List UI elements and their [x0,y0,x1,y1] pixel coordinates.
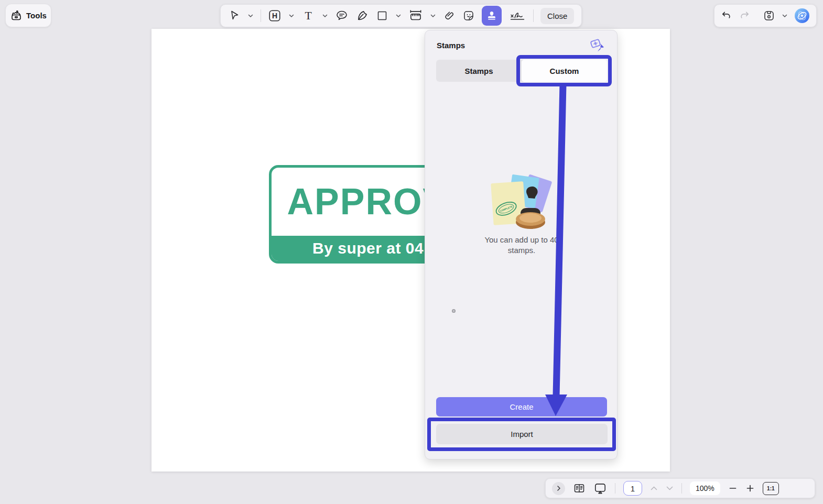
empty-stamps-illustration: COMPLETE [489,174,554,236]
previous-page-icon[interactable] [650,485,658,491]
save-icon[interactable] [763,9,775,22]
measure-dropdown-chevron-icon[interactable] [430,13,436,19]
comment-tool-icon[interactable] [335,9,349,23]
svg-text:T: T [305,9,311,22]
tools-button[interactable]: Tools [5,4,51,27]
mouse-cursor [452,309,456,313]
create-stamp-button[interactable]: Create [436,397,607,417]
tools-button-label: Tools [26,11,47,20]
shape-dropdown-chevron-icon[interactable] [395,13,402,19]
stamp-tool-button[interactable] [482,6,502,26]
page-layout-icon[interactable] [573,482,586,495]
annotation-toolbar: H T [220,4,582,27]
close-button[interactable]: Close [540,8,574,24]
status-bar: 100% 1:1 [545,478,815,498]
stamps-panel-title: Stamps [437,41,465,50]
toolbox-icon [10,9,23,22]
save-dropdown-chevron-icon[interactable] [782,13,788,19]
zoom-out-icon[interactable] [728,484,738,493]
attachment-tool-icon[interactable] [443,9,456,22]
separator [261,9,261,22]
stamp-icon [486,10,497,21]
page-number-input[interactable] [623,481,642,496]
separator [615,483,615,494]
rectangle-shape-tool-icon[interactable] [376,9,388,22]
heading-dropdown-chevron-icon[interactable] [288,13,295,19]
separator [681,483,682,494]
pen-tool-icon[interactable] [355,9,369,23]
text-dropdown-chevron-icon[interactable] [322,13,328,19]
tutorial-highlight-import-button [427,418,616,451]
sticker-tool-icon[interactable] [462,9,475,22]
tab-stamps[interactable]: Stamps [436,60,522,82]
zoom-in-icon[interactable] [745,484,755,493]
redo-icon[interactable] [739,10,750,21]
select-cursor-icon[interactable] [228,9,241,22]
zoom-level[interactable]: 100% [690,481,720,495]
text-tool-icon[interactable]: T [301,9,315,23]
undo-icon[interactable] [721,10,732,21]
measure-tool-icon[interactable] [408,9,423,23]
heading-tool-icon[interactable]: H [268,9,281,23]
actual-size-button[interactable]: 1:1 [763,482,779,495]
expand-panel-button[interactable] [552,482,565,495]
stamps-panel: Stamps Stamps Custom C [425,30,618,459]
ai-assistant-icon[interactable] [794,8,810,24]
presentation-mode-icon[interactable] [593,481,607,495]
next-page-icon[interactable] [666,485,674,491]
svg-text:H: H [272,12,277,20]
tutorial-highlight-custom-tab [516,55,612,86]
select-dropdown-chevron-icon[interactable] [247,13,254,19]
stamps-empty-caption: You can add up to 40 stamps. [477,235,566,256]
history-save-bar [714,4,817,27]
pin-panel-icon[interactable] [589,37,607,52]
separator [533,9,534,22]
signature-tool-icon[interactable] [508,9,526,23]
